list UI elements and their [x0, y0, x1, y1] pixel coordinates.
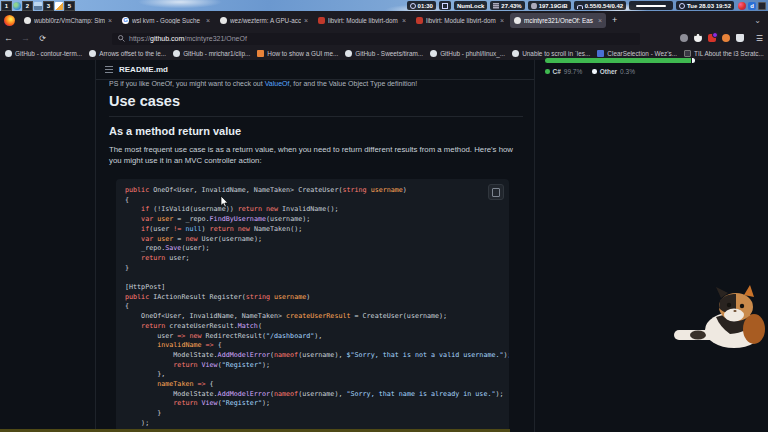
bookmark-label: Arrows offset to the le... — [99, 50, 166, 57]
bookmark-item-8[interactable]: TIL About the i3 Scratc... — [684, 50, 764, 57]
list-tabs-button[interactable]: ⌄ — [754, 16, 768, 25]
panda-ext-icon[interactable] — [694, 34, 702, 42]
workspace-button-1[interactable]: 1 — [1, 1, 12, 11]
copy-icon — [492, 188, 500, 197]
status-text: 27.43% — [501, 3, 521, 9]
url-bar[interactable]: https://github.com/mcintyre321/OneOf — [112, 33, 640, 45]
browser-tab-4[interactable]: libvirt: Module libvirt-dom× — [412, 13, 508, 28]
language-bar-C# — [545, 58, 691, 63]
code-token: return — [141, 254, 165, 262]
bookmark-item-5[interactable]: GitHub - phuhl/linux_... — [430, 50, 505, 57]
code-token: = _repo. — [173, 215, 209, 223]
code-token: = CreateUser(username); — [350, 312, 447, 320]
browser-tab-2[interactable]: wez/wezterm: A GPU-acc× — [216, 13, 312, 28]
code-token: View — [202, 399, 218, 407]
language-name: C# — [553, 68, 561, 75]
tab-close-icon[interactable]: × — [304, 17, 308, 24]
browser-tab-3[interactable]: libvirt: Module libvirt-dom× — [314, 13, 410, 28]
language-bar[interactable] — [545, 58, 695, 63]
back-button[interactable]: ← — [0, 30, 17, 47]
code-token: ModelState. — [125, 351, 218, 359]
language-legend-item[interactable]: C#99.7% — [545, 68, 582, 75]
code-token: user — [153, 215, 173, 223]
code-token: nameof — [274, 390, 298, 398]
bookmark-item-1[interactable]: Arrows offset to the le... — [89, 50, 166, 57]
code-token: { — [125, 302, 129, 310]
code-token: public — [125, 186, 149, 194]
tab-close-icon[interactable]: × — [598, 17, 602, 24]
code-token: OneOf<User, InvalidName, NameTaken> — [125, 312, 286, 320]
tab-close-icon[interactable]: × — [108, 17, 112, 24]
firefox-icon[interactable] — [4, 15, 15, 26]
menu-icon[interactable]: ☰ — [756, 34, 763, 43]
code-line-10: [HttpPost] — [125, 283, 509, 293]
libvirt-favicon — [416, 17, 423, 24]
code-token: createUserResult. — [165, 322, 237, 330]
display-tray-icon[interactable] — [758, 2, 766, 10]
code-token: Match — [238, 322, 258, 330]
bookmark-item-2[interactable]: GitHub - mrichar1/clip... — [173, 50, 250, 57]
code-token: "Sorry, that name is already in use." — [346, 390, 495, 398]
memory-icon — [493, 3, 499, 9]
code-token: User(username); — [198, 235, 262, 243]
github-favicon — [514, 17, 521, 24]
code-line-16: invalidName => { — [125, 341, 509, 351]
code-token: } — [125, 264, 129, 272]
code-token: null — [185, 225, 201, 233]
workspace-button-3[interactable]: 3 — [43, 1, 54, 11]
code-token: IActionResult Register( — [149, 293, 246, 301]
new-tab-button[interactable]: + — [607, 13, 622, 28]
browser-tab-1[interactable]: Gwsl kvm - Google Suche× — [118, 13, 214, 28]
extension-icons[interactable] — [680, 34, 744, 42]
note-icon — [55, 2, 63, 10]
mask-ext-icon[interactable] — [680, 34, 688, 42]
orange-ext-icon[interactable] — [722, 34, 730, 42]
shield-ext-icon[interactable] — [736, 34, 744, 42]
forward-button[interactable]: → — [17, 30, 34, 47]
tab-close-icon[interactable]: × — [402, 17, 406, 24]
code-token: OneOf<User, InvalidName, NameTaken> Crea… — [149, 186, 342, 194]
browser-tab-5[interactable]: mcintyre321/OneOf: Eas× — [510, 13, 606, 28]
tab-bar: wubbl0rz/VmChamp: Sim×Gwsl kvm - Google … — [0, 11, 768, 30]
code-token — [125, 215, 141, 223]
clock-icon — [679, 3, 685, 9]
copy-code-button[interactable] — [488, 184, 504, 200]
workspace-button-5[interactable]: 5 — [64, 1, 75, 11]
system-tray[interactable]: d — [734, 2, 768, 10]
github-favicon — [220, 17, 227, 24]
workspace-switcher[interactable]: 1235 — [0, 1, 75, 11]
code-line-13: OneOf<User, InvalidName, NameTaken> crea… — [125, 312, 509, 322]
code-line-3: var user = _repo.FindByUsername(username… — [125, 215, 509, 225]
valueof-link[interactable]: ValueOf — [265, 81, 290, 87]
blocker-ext-icon[interactable] — [708, 34, 716, 42]
code-block[interactable]: public OneOf<User, InvalidName, NameTake… — [116, 179, 509, 432]
code-line-2: if (!IsValid(username)) return new Inval… — [125, 205, 509, 215]
wez-icon — [597, 50, 604, 57]
cat-ear-right — [744, 285, 754, 297]
code-token: new — [185, 235, 197, 243]
firefox-tray-icon[interactable] — [738, 2, 746, 10]
language-legend-item[interactable]: Other0.3% — [592, 68, 635, 75]
code-token: (user); — [181, 244, 209, 252]
cat-overlay — [674, 285, 766, 355]
dino-app-icon[interactable]: d — [748, 2, 756, 10]
tab-close-icon[interactable]: × — [206, 17, 210, 24]
bookmark-item-0[interactable]: GitHub - contour-term... — [5, 50, 82, 57]
code-token: ); — [125, 419, 149, 427]
method-return-heading: As a method return value — [109, 125, 241, 137]
bookmark-item-7[interactable]: ClearSelection - Wez's... — [597, 50, 677, 57]
status-segment-2: NumLock — [454, 1, 487, 10]
list-icon[interactable] — [105, 66, 113, 73]
bookmark-item-4[interactable]: GitHub - Sweets/tiram... — [345, 50, 423, 57]
code-token — [125, 322, 141, 330]
browser-tab-0[interactable]: wubbl0rz/VmChamp: Sim× — [20, 13, 116, 28]
code-token — [125, 361, 173, 369]
code-token: "Register" — [222, 361, 262, 369]
bookmark-item-6[interactable]: Unable to scroll in `les... — [512, 50, 590, 57]
workspace-button-2[interactable]: 2 — [22, 1, 33, 11]
bookmark-item-3[interactable]: How to show a GUI me... — [257, 50, 338, 57]
reload-button[interactable]: ⟳ — [34, 30, 51, 47]
code-token: "/dashboard" — [266, 332, 314, 340]
code-token: ) — [202, 225, 210, 233]
tab-close-icon[interactable]: × — [500, 17, 504, 24]
